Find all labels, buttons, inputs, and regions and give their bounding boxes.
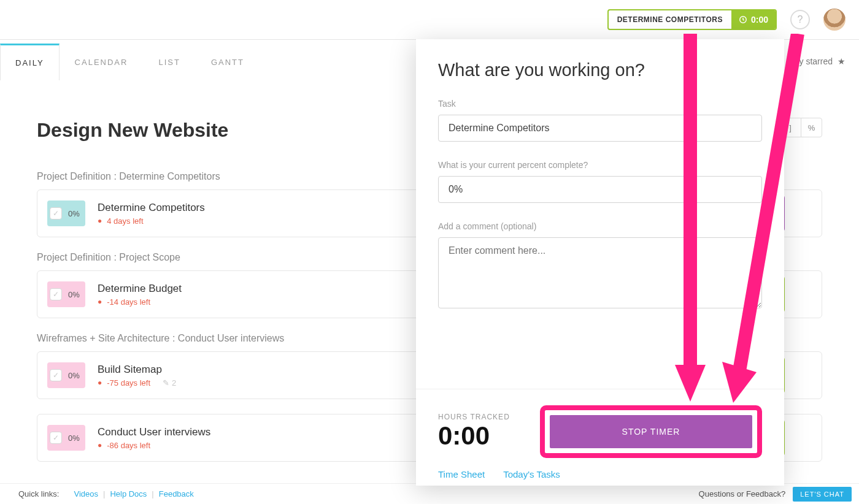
task-percent-badge[interactable]: ✓ 0%	[47, 425, 85, 451]
task-title: Determine Budget	[98, 283, 182, 295]
modal-footer: HOURS TRACKED 0:00 STOP TIMER	[416, 389, 784, 458]
quick-links-label: Quick links:	[18, 489, 59, 498]
tab-gantt[interactable]: GANTT	[196, 44, 260, 80]
task-meta: ● -14 days left	[98, 297, 182, 307]
help-docs-link[interactable]: Help Docs	[110, 489, 147, 498]
check-icon[interactable]: ✓	[50, 432, 62, 444]
task-meta: ● -86 days left	[98, 441, 210, 450]
divider: |	[103, 489, 105, 498]
star-icon: ★	[838, 56, 846, 66]
check-icon[interactable]: ✓	[50, 369, 62, 381]
clock-icon: ●	[98, 216, 102, 225]
task-percent: 0%	[68, 290, 80, 299]
starred-label: nly starred	[793, 56, 833, 66]
task-meta: ● -75 days left ✎ 2	[98, 378, 176, 388]
task-percent-badge[interactable]: ✓ 0%	[47, 362, 85, 388]
task-input[interactable]	[438, 115, 762, 142]
comment-textarea[interactable]	[438, 237, 762, 308]
feedback-link[interactable]: Feedback	[159, 489, 194, 498]
help-button[interactable]: ?	[790, 10, 810, 29]
comments-count[interactable]: ✎ 2	[163, 378, 176, 388]
check-icon[interactable]: ✓	[50, 207, 62, 220]
stop-timer-button[interactable]: STOP TIMER	[550, 415, 752, 448]
timer-modal: What are you working on? Task What is yo…	[416, 39, 784, 486]
task-percent-badge[interactable]: ✓ 0%	[47, 200, 85, 226]
task-percent: 0%	[68, 209, 80, 218]
right-toolbar: nly starred ★	[793, 56, 846, 66]
tab-list[interactable]: LIST	[143, 44, 195, 80]
chat-button[interactable]: LET'S CHAT	[793, 487, 852, 502]
task-body: Build Sitemap ● -75 days left ✎ 2	[98, 364, 176, 388]
avatar[interactable]	[823, 9, 846, 31]
starred-toggle[interactable]: nly starred ★	[793, 56, 846, 66]
tab-daily[interactable]: DAILY	[0, 44, 60, 80]
modal-links: Time Sheet Today's Tasks	[438, 469, 560, 479]
task-due: -86 days left	[107, 441, 150, 450]
active-timer-chip[interactable]: DETERMINE COMPETITORS 0:00	[607, 9, 777, 30]
task-title: Determine Competitors	[98, 202, 205, 214]
task-due: -14 days left	[107, 297, 150, 307]
task-body: Determine Competitors ● 4 days left	[98, 202, 205, 226]
topbar: DETERMINE COMPETITORS 0:00 ?	[0, 0, 859, 39]
stop-highlight: STOP TIMER	[540, 405, 762, 458]
comment-field-label: Add a comment (optional)	[438, 221, 762, 231]
timer-chip-time-text: 0:00	[751, 15, 768, 25]
clock-icon	[739, 15, 747, 24]
percent-input[interactable]	[438, 176, 762, 203]
task-due: -75 days left	[107, 378, 150, 388]
tab-calendar[interactable]: CALENDAR	[60, 44, 144, 80]
speech-bubble-icon: ✎	[163, 378, 169, 388]
videos-link[interactable]: Videos	[74, 489, 98, 498]
task-due: 4 days left	[107, 216, 143, 226]
task-field-label: Task	[438, 99, 762, 109]
questions-label: Questions or Feedback?	[699, 489, 786, 498]
clock-icon: ●	[98, 378, 102, 387]
task-title: Build Sitemap	[98, 364, 176, 376]
task-body: Determine Budget ● -14 days left	[98, 283, 182, 307]
task-percent: 0%	[68, 371, 80, 380]
comments-number: 2	[172, 378, 176, 388]
task-meta: ● 4 days left	[98, 216, 205, 226]
hours-label: HOURS TRACKED	[438, 413, 510, 421]
task-percent: 0%	[68, 433, 80, 443]
divider: |	[152, 489, 153, 498]
check-icon[interactable]: ✓	[50, 288, 62, 300]
task-title: Conduct User interviews	[98, 426, 210, 438]
hours-tracked: HOURS TRACKED 0:00	[438, 413, 510, 451]
percent-field-label: What is your current percent complete?	[438, 160, 762, 170]
timesheet-link[interactable]: Time Sheet	[438, 469, 485, 479]
footer: Quick links: Videos | Help Docs | Feedba…	[0, 483, 859, 504]
view-tabs: DAILY CALENDAR LIST GANTT	[0, 44, 260, 80]
task-percent-badge[interactable]: ✓ 0%	[47, 281, 85, 307]
display-segment: ] %	[779, 118, 822, 137]
todays-tasks-link[interactable]: Today's Tasks	[503, 469, 560, 479]
hours-value: 0:00	[438, 421, 510, 451]
clock-icon: ●	[98, 297, 102, 306]
timer-chip-time: 0:00	[731, 10, 776, 29]
clock-icon: ●	[98, 441, 102, 449]
timer-chip-label: DETERMINE COMPETITORS	[609, 15, 731, 24]
modal-heading: What are you working on?	[438, 60, 762, 80]
task-body: Conduct User interviews ● -86 days left	[98, 426, 210, 450]
seg-percent[interactable]: %	[801, 118, 822, 137]
